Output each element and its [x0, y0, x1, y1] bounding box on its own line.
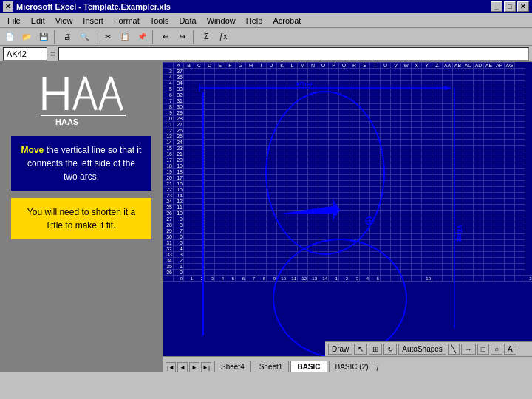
- empty-cell[interactable]: [267, 75, 277, 81]
- empty-cell[interactable]: [494, 134, 505, 140]
- menu-acrobat[interactable]: Acrobat: [268, 15, 305, 27]
- empty-cell[interactable]: [463, 199, 474, 205]
- empty-cell[interactable]: [215, 234, 225, 240]
- empty-cell[interactable]: [194, 157, 205, 163]
- empty-cell[interactable]: [225, 193, 236, 199]
- empty-cell[interactable]: [412, 92, 422, 98]
- empty-cell[interactable]: [318, 151, 329, 157]
- empty-cell[interactable]: [349, 110, 360, 116]
- empty-cell[interactable]: [515, 181, 525, 187]
- empty-cell[interactable]: [194, 187, 205, 193]
- text-tool[interactable]: A: [504, 344, 516, 355]
- empty-cell[interactable]: [215, 140, 225, 146]
- empty-cell[interactable]: [267, 228, 277, 234]
- empty-cell[interactable]: [381, 116, 391, 122]
- empty-cell[interactable]: [474, 110, 484, 116]
- empty-cell[interactable]: [422, 270, 432, 276]
- empty-cell[interactable]: [505, 146, 515, 151]
- cell-value[interactable]: 34: [174, 81, 184, 86]
- empty-cell[interactable]: [360, 92, 370, 98]
- empty-cell[interactable]: [515, 116, 525, 122]
- empty-cell[interactable]: [277, 140, 287, 146]
- empty-cell[interactable]: [184, 264, 194, 270]
- empty-cell[interactable]: [318, 92, 329, 98]
- empty-cell[interactable]: [463, 258, 474, 264]
- empty-cell[interactable]: [463, 92, 474, 98]
- empty-cell[interactable]: [277, 151, 287, 157]
- empty-cell[interactable]: [505, 240, 515, 246]
- empty-cell[interactable]: [432, 246, 443, 252]
- empty-cell[interactable]: [391, 234, 401, 240]
- empty-cell[interactable]: [318, 98, 329, 104]
- empty-cell[interactable]: [287, 151, 298, 157]
- empty-cell[interactable]: [308, 86, 318, 92]
- empty-cell[interactable]: [256, 169, 267, 175]
- empty-cell[interactable]: [205, 69, 215, 75]
- empty-cell[interactable]: [494, 140, 505, 146]
- empty-cell[interactable]: [432, 122, 443, 128]
- empty-cell[interactable]: [225, 181, 236, 187]
- empty-cell[interactable]: [401, 199, 412, 205]
- empty-cell[interactable]: [205, 187, 215, 193]
- empty-cell[interactable]: [225, 157, 236, 163]
- empty-cell[interactable]: [370, 205, 381, 211]
- empty-cell[interactable]: [194, 228, 205, 234]
- empty-cell[interactable]: [246, 81, 256, 86]
- empty-cell[interactable]: [256, 264, 267, 270]
- tab-sheet1[interactable]: Sheet1: [253, 361, 290, 372]
- empty-cell[interactable]: [246, 169, 256, 175]
- empty-cell[interactable]: [308, 146, 318, 151]
- empty-cell[interactable]: [412, 240, 422, 246]
- empty-cell[interactable]: [256, 69, 267, 75]
- empty-cell[interactable]: [298, 193, 308, 199]
- empty-cell[interactable]: [215, 86, 225, 92]
- empty-cell[interactable]: [308, 205, 318, 211]
- cell-value[interactable]: 33: [174, 86, 184, 92]
- empty-cell[interactable]: [215, 175, 225, 181]
- empty-cell[interactable]: [463, 222, 474, 228]
- empty-cell[interactable]: [401, 193, 412, 199]
- empty-cell[interactable]: [360, 264, 370, 270]
- empty-cell[interactable]: [422, 122, 432, 128]
- empty-cell[interactable]: [205, 169, 215, 175]
- empty-cell[interactable]: [401, 222, 412, 228]
- empty-cell[interactable]: [194, 216, 205, 222]
- col-a[interactable]: A: [174, 63, 184, 69]
- empty-cell[interactable]: [381, 157, 391, 163]
- empty-cell[interactable]: [463, 163, 474, 169]
- empty-cell[interactable]: [184, 122, 194, 128]
- empty-cell[interactable]: [422, 228, 432, 234]
- empty-cell[interactable]: [494, 246, 505, 252]
- empty-cell[interactable]: [484, 216, 494, 222]
- empty-cell[interactable]: [349, 69, 360, 75]
- empty-cell[interactable]: [505, 86, 515, 92]
- empty-cell[interactable]: [349, 234, 360, 240]
- empty-cell[interactable]: [339, 98, 349, 104]
- empty-cell[interactable]: [298, 205, 308, 211]
- empty-cell[interactable]: [256, 128, 267, 134]
- empty-cell[interactable]: [443, 258, 453, 264]
- empty-cell[interactable]: [329, 240, 339, 246]
- empty-cell[interactable]: [484, 146, 494, 151]
- empty-cell[interactable]: [370, 240, 381, 246]
- empty-cell[interactable]: [463, 228, 474, 234]
- empty-cell[interactable]: [277, 98, 287, 104]
- empty-cell[interactable]: [308, 181, 318, 187]
- empty-cell[interactable]: [494, 163, 505, 169]
- empty-cell[interactable]: [205, 234, 215, 240]
- empty-cell[interactable]: [381, 146, 391, 151]
- empty-cell[interactable]: [246, 270, 256, 276]
- open-button[interactable]: 📂: [18, 30, 35, 44]
- empty-cell[interactable]: [422, 81, 432, 86]
- empty-cell[interactable]: [381, 193, 391, 199]
- empty-cell[interactable]: [360, 252, 370, 258]
- empty-cell[interactable]: [463, 169, 474, 175]
- empty-cell[interactable]: [422, 151, 432, 157]
- empty-cell[interactable]: [246, 92, 256, 98]
- empty-cell[interactable]: [256, 110, 267, 116]
- col-q[interactable]: Q: [339, 63, 349, 69]
- empty-cell[interactable]: [505, 187, 515, 193]
- empty-cell[interactable]: [370, 175, 381, 181]
- empty-cell[interactable]: [432, 169, 443, 175]
- empty-cell[interactable]: [360, 187, 370, 193]
